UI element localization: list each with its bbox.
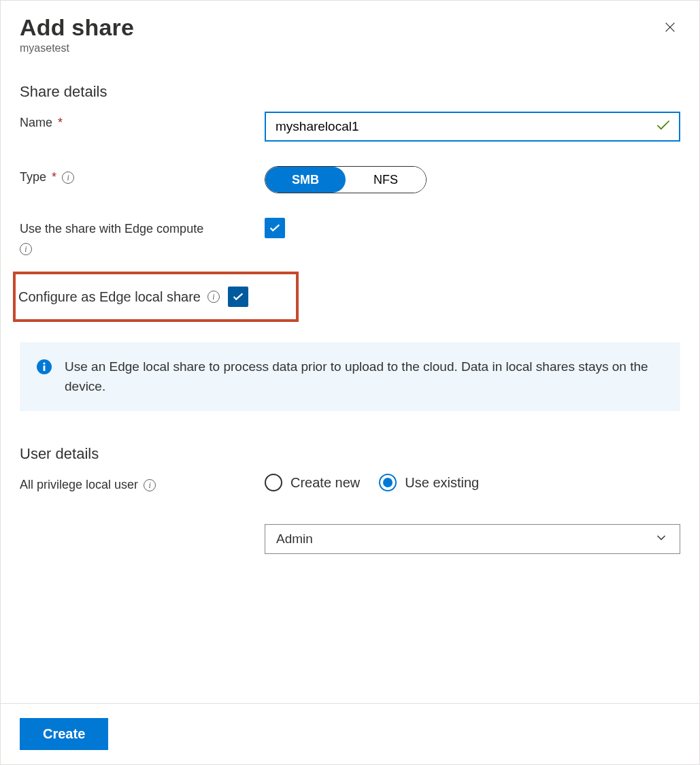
required-mark: * [52,170,56,184]
user-label: All privilege local user [20,478,138,492]
info-banner-text: Use an Edge local share to process data … [65,357,664,396]
page-subtitle: myasetest [20,42,680,54]
section-user-details: User details [20,445,680,463]
chevron-down-icon [654,530,669,549]
info-banner: Use an Edge local share to process data … [20,342,680,411]
radio-use-existing-label: Use existing [405,475,479,491]
radio-use-existing[interactable]: Use existing [379,474,479,491]
svg-point-1 [43,362,45,364]
section-share-details: Share details [20,83,680,101]
type-label: Type [20,170,46,184]
info-icon[interactable]: i [144,479,156,491]
name-label: Name [20,116,52,130]
user-select[interactable]: Admin [265,524,680,554]
info-icon[interactable]: i [62,172,74,184]
close-icon [663,20,678,35]
create-button[interactable]: Create [20,718,108,750]
page-title: Add share [20,14,680,41]
configure-local-label: Configure as Edge local share [18,289,201,305]
name-input[interactable] [265,112,680,142]
radio-create-new[interactable]: Create new [265,474,360,491]
type-option-nfs[interactable]: NFS [346,167,426,193]
radio-create-new-label: Create new [290,475,360,491]
check-icon [267,221,282,235]
close-button[interactable] [663,20,678,37]
info-icon[interactable]: i [207,291,220,303]
configure-local-checkbox[interactable] [228,287,248,307]
type-toggle[interactable]: SMB NFS [265,166,427,193]
info-icon[interactable]: i [20,243,32,255]
check-icon [231,289,246,304]
radio-icon [265,474,282,491]
user-select-value: Admin [276,532,313,547]
radio-icon [379,474,397,491]
user-radio-group: Create new Use existing [265,474,680,491]
required-mark: * [58,116,63,130]
configure-local-highlight: Configure as Edge local share i [13,272,299,322]
type-option-smb[interactable]: SMB [265,167,346,193]
svg-rect-2 [44,365,46,371]
use-with-compute-checkbox[interactable] [265,218,285,238]
valid-check-icon [654,116,672,137]
footer: Create [1,703,699,764]
info-banner-icon [36,359,52,375]
use-with-compute-label: Use the share with Edge compute [20,222,203,236]
